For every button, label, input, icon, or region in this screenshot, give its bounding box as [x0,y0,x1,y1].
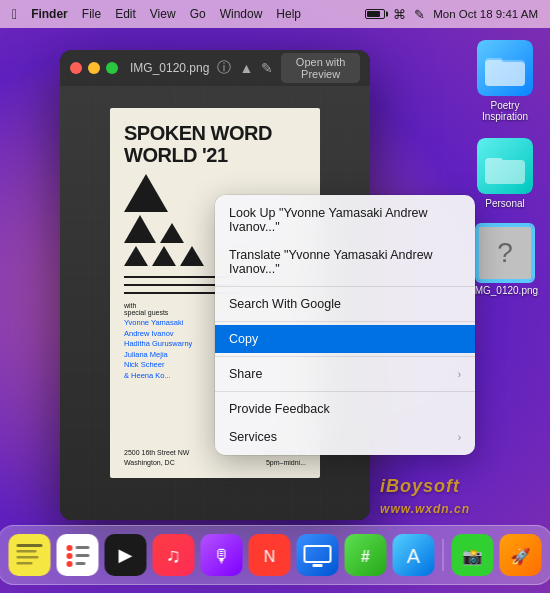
img-file-icon: ? [477,225,533,281]
ctx-feedback[interactable]: Provide Feedback [215,395,475,423]
ctx-services[interactable]: Services › [215,423,475,451]
wifi-icon: ⌘ [393,7,406,22]
ctx-search-google[interactable]: Search With Google [215,290,475,318]
spotlight-icon[interactable]: ✎ [414,7,425,22]
menu-view[interactable]: View [150,7,176,21]
svg-text:N: N [264,548,276,565]
svg-rect-2 [9,534,51,576]
svg-rect-4 [17,550,37,553]
svg-point-10 [67,553,73,559]
ctx-separator-4 [215,391,475,392]
dock-podcasts[interactable]: 🎙 [201,534,243,576]
traffic-lights [70,62,118,74]
ctx-copy-label: Copy [229,332,258,346]
svg-rect-3 [17,544,43,547]
watermark: iBoysoft www.wxdn.cn [380,476,470,518]
dock-remote[interactable] [297,534,339,576]
poster-address: 2500 16th Street NWWashington, DC [124,448,189,468]
svg-rect-11 [76,554,90,557]
svg-text:🚀: 🚀 [511,547,531,566]
svg-rect-6 [17,562,33,565]
dock-news[interactable]: N [249,534,291,576]
watermark-site: www.wxdn.cn [380,502,470,516]
menubar-left:  Finder File Edit View Go Window Help [12,6,301,22]
menubar-right: ⌘ ✎ Mon Oct 18 9:41 AM [365,7,538,22]
apple-menu[interactable]:  [12,6,17,22]
window-filename: IMG_0120.png [130,61,209,75]
desktop-icons: Poetry Inspiration Personal [470,40,540,296]
ctx-share-arrow: › [458,369,461,380]
svg-rect-24 [313,564,323,567]
dock-appletv[interactable]: ▶ [105,534,147,576]
markup-icon[interactable]: ✎ [261,60,273,76]
dock-notes[interactable] [9,534,51,576]
svg-point-8 [67,545,73,551]
minimize-button[interactable] [88,62,100,74]
ctx-separator-1 [215,286,475,287]
ctx-search-label: Search With Google [229,297,341,311]
ctx-translate[interactable]: Translate "Yvonne Yamasaki Andrew Ivanov… [215,241,475,283]
svg-rect-13 [76,562,86,565]
svg-text:📸: 📸 [463,547,483,566]
svg-text:🎙: 🎙 [213,546,231,566]
ctx-separator-2 [215,321,475,322]
titlebar-actions: ⓘ ▲ ✎ Open with Preview [217,53,360,83]
menu-finder[interactable]: Finder [31,7,68,21]
watermark-brand: iBoysoft [380,476,460,496]
desktop-icon-personal[interactable]: Personal [477,138,533,209]
ctx-separator-3 [215,356,475,357]
menubar-time: Mon Oct 18 9:41 AM [433,8,538,20]
dock-reminders[interactable] [57,534,99,576]
info-icon[interactable]: ⓘ [217,59,231,77]
ctx-look-up[interactable]: Look Up "Yvonne Yamasaki Andrew Ivanov..… [215,199,475,241]
dock-swift[interactable]: 🚀 [500,534,542,576]
ctx-share[interactable]: Share › [215,360,475,388]
ctx-translate-label: Translate "Yvonne Yamasaki Andrew Ivanov… [229,248,461,276]
personal-folder-label: Personal [485,198,524,209]
svg-rect-5 [17,556,39,559]
poster-title: SPOKEN WORDWORLD '21 [124,122,306,166]
maximize-button[interactable] [106,62,118,74]
menu-window[interactable]: Window [220,7,263,21]
img-file-label: IMG_0120.png [472,285,538,296]
ctx-services-label: Services [229,430,277,444]
menubar:  Finder File Edit View Go Window Help ⌘… [0,0,550,28]
menu-help[interactable]: Help [276,7,301,21]
dock-facetime[interactable]: 📸 [452,534,494,576]
ctx-copy[interactable]: Copy [215,325,475,353]
svg-text:▶: ▶ [119,545,133,565]
svg-text:♫: ♫ [166,544,181,566]
share-icon[interactable]: ▲ [239,60,253,76]
poetry-folder-label: Poetry Inspiration [470,100,540,122]
context-menu: Look Up "Yvonne Yamasaki Andrew Ivanov..… [215,195,475,455]
poetry-folder-icon [477,40,533,96]
svg-point-12 [67,561,73,567]
quicklook-titlebar: IMG_0120.png ⓘ ▲ ✎ Open with Preview [60,50,370,86]
ctx-feedback-label: Provide Feedback [229,402,330,416]
menu-file[interactable]: File [82,7,101,21]
dock-numbers[interactable]: # [345,534,387,576]
dock-separator [443,539,444,571]
open-preview-button[interactable]: Open with Preview [281,53,360,83]
svg-text:#: # [361,548,370,565]
svg-rect-9 [76,546,90,549]
svg-rect-22 [297,534,339,576]
ctx-share-label: Share [229,367,262,381]
desktop:  Finder File Edit View Go Window Help ⌘… [0,0,550,593]
ctx-services-arrow: › [458,432,461,443]
battery-icon [365,9,385,19]
dock-appstore[interactable]: A [393,534,435,576]
menu-go[interactable]: Go [190,7,206,21]
svg-text:A: A [407,545,421,567]
dock-music[interactable]: ♫ [153,534,195,576]
personal-folder-icon [477,138,533,194]
close-button[interactable] [70,62,82,74]
ctx-look-up-label: Look Up "Yvonne Yamasaki Andrew Ivanov..… [229,206,461,234]
dock: ▶ ♫ [0,525,550,585]
desktop-icon-img[interactable]: ? IMG_0120.png [472,225,538,296]
menu-edit[interactable]: Edit [115,7,136,21]
desktop-icon-poetry[interactable]: Poetry Inspiration [470,40,540,122]
